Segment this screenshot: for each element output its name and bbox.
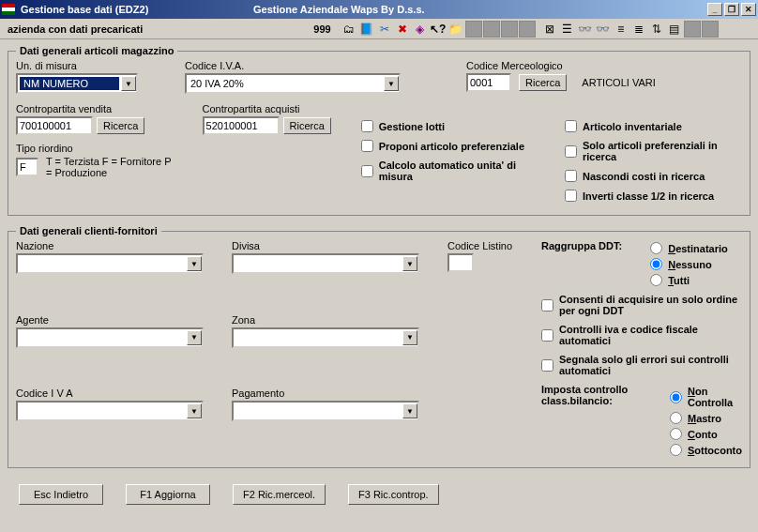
tipo-input[interactable] xyxy=(16,158,38,176)
f2-button[interactable]: F2 Ric.merceol. xyxy=(233,484,326,505)
svg-rect-1 xyxy=(2,8,15,11)
chk-consenti[interactable] xyxy=(541,299,553,312)
toolbar-align-center-icon[interactable]: ≣ xyxy=(630,21,647,38)
chk-segnala[interactable] xyxy=(541,359,553,372)
toolbar: azienda con dati precaricati 999 🗂 📘 ✂ ✖… xyxy=(0,19,758,39)
toolbar-help-icon[interactable]: ↖? xyxy=(430,21,447,38)
toolbar-binoculars2-icon[interactable]: 👓 xyxy=(595,21,612,38)
merc-label: Codice Merceologico xyxy=(466,60,656,71)
tipo-hint: T = Terzista F = Fornitore P = Produzion… xyxy=(46,156,174,178)
toolbar-folder-icon[interactable]: 📁 xyxy=(447,21,464,38)
codlist-input[interactable] xyxy=(447,253,474,272)
chk-inventariale[interactable] xyxy=(565,120,577,132)
chk-calcolo[interactable] xyxy=(361,165,373,177)
toolbar-align-left-icon[interactable]: ≡ xyxy=(613,21,629,38)
close-button[interactable]: ✕ xyxy=(741,3,756,16)
codiva-label: Codice I V A xyxy=(16,388,213,399)
group1-legend: Dati generali articoli magazzino xyxy=(16,45,177,56)
iva-label: Codice I.V.A. xyxy=(185,60,401,71)
toolbar-book-icon[interactable]: 📘 xyxy=(358,21,375,38)
radio-conto[interactable] xyxy=(670,428,682,440)
zona-combo[interactable]: ▼ xyxy=(232,327,419,348)
esc-button[interactable]: Esc Indietro xyxy=(19,484,103,505)
radio-nessuno[interactable] xyxy=(650,258,662,270)
chk-gestione-lotti[interactable] xyxy=(361,120,373,132)
chevron-down-icon: ▼ xyxy=(187,330,202,345)
svg-rect-2 xyxy=(2,11,15,15)
f1-button[interactable]: F1 Aggiorna xyxy=(126,484,210,505)
chevron-down-icon: ▼ xyxy=(402,256,417,271)
um-combo[interactable]: NM NUMERO ▼ xyxy=(16,73,138,94)
codlist-label: Codice Listino xyxy=(447,240,523,251)
vendita-input[interactable] xyxy=(16,116,93,135)
iva-value: 20 IVA 20% xyxy=(189,78,382,89)
vendita-ricerca-button[interactable]: Ricerca xyxy=(97,117,144,134)
chevron-down-icon: ▼ xyxy=(402,403,417,418)
window-title: Gestione base dati (EDZ2) xyxy=(21,4,148,15)
toolbar-placeholder-2[interactable] xyxy=(483,21,500,38)
radio-destinatario[interactable] xyxy=(650,242,662,254)
toolbar-binoculars-icon[interactable]: 👓 xyxy=(577,21,594,38)
toolbar-placeholder-3[interactable] xyxy=(501,21,518,38)
ragg-label: Raggruppa DDT: xyxy=(541,240,622,251)
minimize-button[interactable]: _ xyxy=(707,3,722,16)
radio-sottoconto[interactable] xyxy=(670,444,682,456)
group-clienti-fornitori: Dati generali clienti-fornitori Nazione … xyxy=(8,225,750,468)
iva-combo[interactable]: 20 IVA 20% ▼ xyxy=(185,73,401,94)
divisa-combo[interactable]: ▼ xyxy=(232,253,419,274)
chk-solo[interactable] xyxy=(565,145,577,158)
radio-noncontrolla[interactable] xyxy=(670,391,682,403)
chk-proponi[interactable] xyxy=(361,140,373,152)
toolbar-placeholder-5[interactable] xyxy=(684,21,701,38)
classb-label: Imposta controllo class.bilancio: xyxy=(541,384,651,406)
toolbar-columns-icon[interactable]: ▤ xyxy=(666,21,683,38)
group2-legend: Dati generali clienti-fornitori xyxy=(16,225,161,236)
window-subtitle: Gestione Aziendale Waps By D.s.s. xyxy=(253,4,425,15)
um-label: Un. di misura xyxy=(16,60,157,71)
tipo-label: Tipo riordino xyxy=(16,143,174,154)
pagamento-combo[interactable]: ▼ xyxy=(232,401,419,421)
chk-controlli[interactable] xyxy=(541,329,553,342)
company-number: 999 xyxy=(313,23,330,35)
maximize-button[interactable]: ❐ xyxy=(724,3,739,16)
zona-label: Zona xyxy=(232,314,429,326)
chk-inverti[interactable] xyxy=(565,190,577,202)
agente-label: Agente xyxy=(16,314,213,326)
toolbar-cut-icon[interactable]: ✂ xyxy=(376,21,393,38)
radio-mastro[interactable] xyxy=(670,412,682,424)
toolbar-delete-icon[interactable]: ✖ xyxy=(394,21,411,38)
f3-button[interactable]: F3 Ric.controp. xyxy=(348,484,439,505)
chk-nascondi[interactable] xyxy=(565,170,577,182)
merc-desc: ARTICOLI VARI xyxy=(582,77,655,88)
acquisti-input[interactable] xyxy=(203,116,280,135)
toolbar-placeholder-4[interactable] xyxy=(519,21,536,38)
toolbar-list-icon[interactable]: ☰ xyxy=(559,21,576,38)
app-icon xyxy=(2,3,17,16)
merc-input[interactable] xyxy=(466,73,511,92)
radio-tutti[interactable] xyxy=(650,274,662,286)
title-bar: Gestione base dati (EDZ2) Gestione Azien… xyxy=(0,0,758,19)
pagamento-label: Pagamento xyxy=(232,388,429,399)
nazione-combo[interactable]: ▼ xyxy=(16,253,204,274)
toolbar-placeholder-1[interactable] xyxy=(465,21,482,38)
bottom-button-bar: Esc Indietro F1 Aggiorna F2 Ric.merceol.… xyxy=(19,484,439,505)
um-value: NM NUMERO xyxy=(20,77,119,90)
toolbar-table-x-icon[interactable]: ⊠ xyxy=(541,21,558,38)
agente-combo[interactable]: ▼ xyxy=(16,327,204,348)
toolbar-cards-icon[interactable]: 🗂 xyxy=(341,21,357,38)
chevron-down-icon: ▼ xyxy=(187,256,202,271)
company-label: azienda con dati precaricati xyxy=(4,23,143,35)
chevron-down-icon: ▼ xyxy=(121,76,136,91)
group-articoli-magazzino: Dati generali articoli magazzino Un. di … xyxy=(8,45,750,216)
toolbar-sort-icon[interactable]: ⇅ xyxy=(648,21,665,38)
acquisti-ricerca-button[interactable]: Ricerca xyxy=(283,117,331,134)
nazione-label: Nazione xyxy=(16,240,213,251)
vendita-label: Contropartita vendita xyxy=(16,103,174,114)
divisa-label: Divisa xyxy=(232,240,429,251)
chevron-down-icon: ▼ xyxy=(402,330,417,345)
merc-ricerca-button[interactable]: Ricerca xyxy=(519,74,567,91)
acquisti-label: Contropartita acquisti xyxy=(203,103,352,114)
codiva-combo[interactable]: ▼ xyxy=(16,401,204,421)
toolbar-placeholder-6[interactable] xyxy=(702,21,719,38)
toolbar-diamond-icon[interactable]: ◈ xyxy=(412,21,429,38)
